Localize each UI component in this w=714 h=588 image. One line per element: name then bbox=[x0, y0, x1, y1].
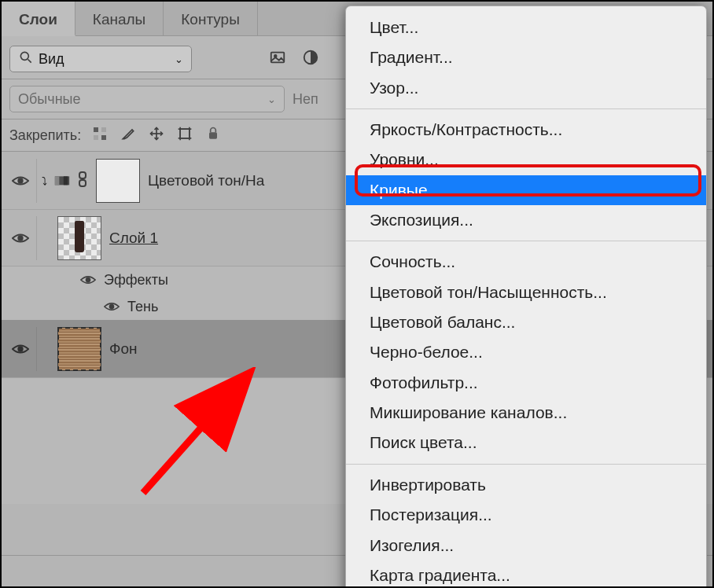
svg-rect-20 bbox=[64, 176, 68, 185]
tab-channels[interactable]: Каналы bbox=[75, 2, 164, 35]
menu-item[interactable]: Поиск цвета... bbox=[346, 428, 706, 458]
menu-item[interactable]: Черно-белое... bbox=[346, 337, 706, 367]
lock-all-icon[interactable] bbox=[205, 126, 221, 145]
menu-item[interactable]: Карта градиента... bbox=[346, 560, 706, 588]
layer-name[interactable]: Фон bbox=[109, 340, 138, 358]
menu-item[interactable]: Кривые... bbox=[346, 175, 706, 205]
filter-type-icons bbox=[269, 49, 319, 69]
visibility-toggle[interactable] bbox=[9, 343, 31, 355]
lock-label: Закрепить: bbox=[9, 127, 81, 144]
link-mask-icon[interactable] bbox=[77, 171, 88, 191]
menu-separator bbox=[346, 241, 706, 241]
layer-thumbnail[interactable] bbox=[57, 327, 101, 371]
menu-item[interactable]: Фотофильтр... bbox=[346, 368, 706, 398]
layer-mask-thumbnail[interactable] bbox=[96, 159, 140, 203]
svg-rect-11 bbox=[180, 129, 190, 138]
layer-name[interactable]: Цветовой тон/На bbox=[148, 172, 264, 189]
adjustment-layer-context-menu: Цвет...Градиент...Узор...Яркость/Контрас… bbox=[345, 6, 707, 588]
svg-rect-22 bbox=[79, 180, 86, 186]
blend-mode-label: Обычные bbox=[18, 91, 81, 108]
svg-rect-6 bbox=[101, 127, 106, 132]
opacity-label: Неп bbox=[293, 91, 318, 108]
filter-label: Вид bbox=[39, 51, 64, 68]
menu-item[interactable]: Экспозиция... bbox=[346, 205, 706, 235]
menu-item[interactable]: Узор... bbox=[346, 73, 706, 103]
menu-item[interactable]: Цветовой тон/Насыщенность... bbox=[346, 277, 706, 307]
menu-item[interactable]: Градиент... bbox=[346, 42, 706, 72]
lock-icons bbox=[92, 126, 221, 145]
menu-item[interactable]: Постеризация... bbox=[346, 500, 706, 530]
tab-label: Слои bbox=[19, 11, 57, 28]
layer-name[interactable]: Слой 1 bbox=[109, 230, 158, 247]
menu-item[interactable]: Инвертировать bbox=[346, 470, 706, 500]
chevron-down-icon: ⌄ bbox=[267, 94, 276, 105]
menu-item[interactable]: Микширование каналов... bbox=[346, 398, 706, 428]
menu-item[interactable]: Сочность... bbox=[346, 247, 706, 277]
tab-layers[interactable]: Слои bbox=[2, 2, 75, 36]
svg-rect-21 bbox=[79, 172, 86, 178]
lock-brush-icon[interactable] bbox=[120, 126, 136, 145]
tab-paths[interactable]: Контуры bbox=[164, 2, 258, 35]
menu-item[interactable]: Цветовой баланс... bbox=[346, 307, 706, 337]
clip-indicator-icon: ⤵ bbox=[42, 175, 47, 187]
lock-artboard-icon[interactable] bbox=[177, 126, 193, 145]
svg-rect-8 bbox=[101, 135, 106, 140]
svg-rect-16 bbox=[209, 132, 217, 138]
visibility-toggle[interactable] bbox=[9, 232, 31, 244]
menu-item[interactable]: Изогелия... bbox=[346, 531, 706, 560]
layer-thumbnail[interactable] bbox=[57, 216, 101, 260]
lock-pixels-icon[interactable] bbox=[92, 126, 108, 145]
effect-label: Тень bbox=[127, 299, 158, 315]
svg-point-24 bbox=[86, 278, 90, 282]
svg-point-26 bbox=[18, 347, 23, 351]
menu-separator bbox=[346, 108, 706, 109]
svg-rect-2 bbox=[271, 53, 285, 63]
svg-rect-5 bbox=[94, 127, 98, 132]
effects-label: Эффекты bbox=[104, 272, 168, 288]
svg-point-25 bbox=[110, 305, 114, 309]
menu-item[interactable]: Яркость/Контрастность... bbox=[346, 115, 706, 145]
svg-rect-19 bbox=[55, 176, 60, 185]
adjustment-filter-icon[interactable] bbox=[302, 49, 319, 69]
search-icon bbox=[18, 50, 34, 69]
tab-label: Контуры bbox=[181, 11, 240, 28]
svg-rect-7 bbox=[94, 135, 98, 140]
menu-separator bbox=[346, 464, 706, 465]
blend-mode-select[interactable]: Обычные ⌄ bbox=[9, 86, 285, 112]
svg-point-0 bbox=[20, 52, 28, 60]
adjustment-icon bbox=[53, 171, 71, 191]
layer-filter-select[interactable]: Вид ⌄ bbox=[9, 46, 192, 72]
chevron-down-icon: ⌄ bbox=[175, 53, 183, 65]
svg-line-1 bbox=[28, 59, 31, 62]
visibility-toggle[interactable] bbox=[9, 175, 31, 187]
tab-label: Каналы bbox=[93, 11, 145, 28]
image-filter-icon[interactable] bbox=[269, 49, 286, 69]
menu-item[interactable]: Уровни... bbox=[346, 145, 706, 175]
svg-point-17 bbox=[18, 178, 23, 183]
svg-point-23 bbox=[18, 236, 23, 241]
lock-position-icon[interactable] bbox=[149, 126, 164, 145]
menu-item[interactable]: Цвет... bbox=[346, 13, 706, 42]
